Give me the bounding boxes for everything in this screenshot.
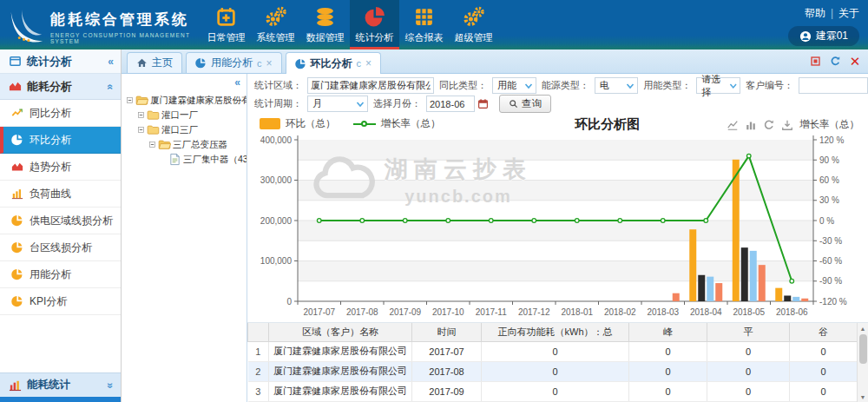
refresh-button[interactable] xyxy=(829,55,841,67)
sidebar-section-nenghao-tongji[interactable]: 能耗统计 » xyxy=(0,372,121,397)
sidebar-collapse-icon[interactable]: « xyxy=(108,56,114,68)
maximize-icon xyxy=(810,56,821,67)
month-input[interactable] xyxy=(426,96,475,112)
toolbox-line-icon[interactable] xyxy=(727,119,739,131)
svg-text:2018-05: 2018-05 xyxy=(733,307,765,317)
tree-node[interactable]: 灌口一厂 xyxy=(125,108,245,122)
nav-data-mgmt[interactable]: 数据管理 xyxy=(300,0,350,49)
table-scrollbar[interactable]: ▲ ▼ xyxy=(857,323,868,402)
top-header: 能耗综合管理系统 ENERGY CONSUMPTION MANAGEMENT S… xyxy=(0,0,868,49)
region-label: 统计区域： xyxy=(254,79,302,92)
tree-node[interactable]: 三厂总变压器 xyxy=(125,137,245,152)
scrollbar-thumb[interactable] xyxy=(859,334,867,364)
usage-type-select[interactable]: 请选择 xyxy=(696,77,740,94)
sidebar-item-kpi[interactable]: KPI分析 xyxy=(0,288,121,315)
customer-no-input[interactable] xyxy=(799,77,868,94)
toolbar-series-label[interactable]: 增长率（总） xyxy=(799,118,859,131)
region-input[interactable] xyxy=(307,77,434,94)
sidebar-item-qushi[interactable]: 趋势分析 xyxy=(0,154,121,181)
folder-open-icon xyxy=(135,94,148,107)
pie-icon xyxy=(11,241,23,254)
sidebar-item-gongdian-xiansun[interactable]: 供电区域线损分析 xyxy=(0,208,121,234)
report-grid-icon xyxy=(413,6,435,28)
sidebar-menu: 同比分析环比分析趋势分析负荷曲线供电区域线损分析台区线损分析用能分析KPI分析 xyxy=(0,100,121,315)
scroll-down-icon[interactable]: ▼ xyxy=(858,392,868,402)
svg-text:30 %: 30 % xyxy=(819,195,839,205)
combo-chart: 0100,000200,000300,000400,000-120 %-90 %… xyxy=(247,131,868,322)
user-icon xyxy=(799,30,812,43)
svg-text:2017-08: 2017-08 xyxy=(346,307,378,317)
tab-label: 主页 xyxy=(152,56,173,70)
table-header-cell: 时间 xyxy=(412,323,482,341)
sidebar-item-fuhe-quxian[interactable]: 负荷曲线 xyxy=(0,181,121,208)
svg-text:300,000: 300,000 xyxy=(260,175,293,185)
legend-line-swatch[interactable] xyxy=(353,118,376,129)
sidebar-item-yongneng[interactable]: 用能分析 xyxy=(0,261,121,288)
help-link[interactable]: 帮助 xyxy=(805,7,825,19)
tab-close-icon[interactable]: × xyxy=(365,57,372,69)
tree-expander-icon[interactable] xyxy=(125,96,135,105)
legend-bar-label[interactable]: 环比（总） xyxy=(286,117,336,130)
calendar-icon[interactable] xyxy=(477,98,489,109)
about-link[interactable]: 关于 xyxy=(838,7,859,19)
chart-legend: 环比（总） 增长率（总） xyxy=(260,117,441,130)
legend-line-label[interactable]: 增长率（总） xyxy=(381,117,441,130)
sidebar-item-huanbi[interactable]: 环比分析 xyxy=(0,127,121,154)
chart-panel: 环比（总） 增长率（总） 环比分析图 增长率 xyxy=(247,114,868,322)
tab-refresh-icon[interactable]: c xyxy=(257,58,262,69)
table-cell: 0 xyxy=(707,381,790,401)
table-cell: 0 xyxy=(790,341,858,361)
period-label: 统计周期： xyxy=(254,97,302,110)
tree-expander-icon[interactable] xyxy=(148,140,157,149)
query-button[interactable]: 查询 xyxy=(499,95,551,113)
toolbox-download-icon[interactable] xyxy=(781,119,793,131)
bar-chart-icon xyxy=(11,188,23,200)
nav-super-mgmt[interactable]: 超级管理 xyxy=(449,0,498,49)
sidebar-section-nenghao[interactable]: 能耗分析 « xyxy=(0,74,121,100)
nav-reports[interactable]: 综合报表 xyxy=(399,0,449,49)
area-chart-icon xyxy=(11,161,23,173)
tab-home[interactable]: 主页 xyxy=(127,52,182,73)
tree-expander-icon[interactable] xyxy=(136,125,146,135)
nav-daily-mgmt[interactable]: 日常管理 xyxy=(201,0,251,49)
user-menu[interactable]: 建霖01 xyxy=(788,26,859,46)
scroll-up-icon[interactable]: ▲ xyxy=(858,323,868,333)
tree-expander-icon[interactable] xyxy=(136,110,146,120)
table-row[interactable]: 3厦门建霖健康家居股份有限公司2017-090000 xyxy=(248,381,858,401)
tab-huanbi[interactable]: 环比分析c× xyxy=(286,52,382,74)
tab-yongneng[interactable]: 用能分析c× xyxy=(186,52,282,73)
pie-chart-icon xyxy=(364,6,385,28)
tree-node[interactable]: 灌口三厂 xyxy=(125,122,245,137)
folder-icon xyxy=(147,123,160,136)
nav-system-mgmt[interactable]: 系统管理 xyxy=(251,0,300,49)
toolbox-bar-icon[interactable] xyxy=(745,119,757,131)
tree-collapse-icon[interactable]: « xyxy=(234,76,240,89)
tree-node[interactable]: 厦门建霖健康家居股份有限公司 xyxy=(125,93,245,108)
energy-type-select[interactable]: 电 xyxy=(595,77,639,94)
month-label: 选择月份： xyxy=(373,97,421,110)
close-button[interactable]: ✕ xyxy=(849,55,861,67)
result-table: 区域（客户）名称时间正向有功能耗（kWh）：总峰平谷 1厦门建霖健康家居股份有限… xyxy=(247,323,858,402)
sidebar-item-tongbi[interactable]: 同比分析 xyxy=(0,100,121,127)
nav-statistics[interactable]: 统计分析 xyxy=(350,0,399,49)
svg-text:90 %: 90 % xyxy=(819,155,839,165)
table-cell: 0 xyxy=(482,381,629,401)
legend-bar-swatch[interactable] xyxy=(260,118,280,129)
tongbi-type-select[interactable]: 用能 xyxy=(492,77,536,94)
table-row[interactable]: 1厦门建霖健康家居股份有限公司2017-070000 xyxy=(248,341,858,361)
gears-icon xyxy=(265,6,286,28)
nav-label: 超级管理 xyxy=(455,31,493,44)
period-select[interactable]: 月 xyxy=(307,96,368,112)
svg-text:2018-06: 2018-06 xyxy=(776,307,808,317)
maximize-button[interactable] xyxy=(809,55,821,67)
table-row[interactable]: 2厦门建霖健康家居股份有限公司2017-080000 xyxy=(248,361,858,381)
tab-refresh-icon[interactable]: c xyxy=(357,58,362,69)
table-cell: 0 xyxy=(790,361,858,381)
sidebar-item-taiqu-xiansun[interactable]: 台区线损分析 xyxy=(0,234,121,261)
tab-close-icon[interactable]: × xyxy=(266,57,273,69)
chevron-up-icon[interactable]: « xyxy=(105,83,117,89)
header-right: 帮助|关于 建霖01 xyxy=(788,6,859,46)
tree-node[interactable]: 三厂集中器（4301003 xyxy=(125,152,245,167)
sidebar-item-label: 用能分析 xyxy=(30,267,71,282)
toolbox-refresh-icon[interactable] xyxy=(763,119,775,131)
